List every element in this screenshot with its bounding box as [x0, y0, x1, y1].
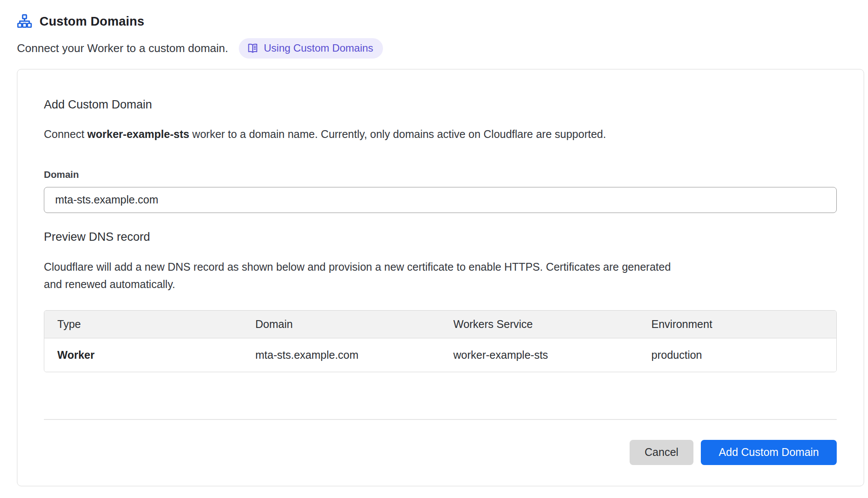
worker-name: worker-example-sts: [87, 128, 189, 140]
add-custom-domain-card: Add Custom Domain Connect worker-example…: [17, 69, 864, 486]
open-book-icon: [247, 42, 259, 54]
cancel-button[interactable]: Cancel: [630, 440, 694, 465]
card-actions: Cancel Add Custom Domain: [44, 440, 837, 465]
domain-label: Domain: [44, 169, 837, 180]
cell-environment: production: [638, 338, 836, 372]
cell-domain: mta-sts.example.com: [242, 338, 440, 372]
page-subtitle: Connect your Worker to a custom domain.: [17, 42, 228, 55]
card-heading: Add Custom Domain: [44, 98, 837, 111]
footer-divider: [44, 419, 837, 420]
page-header: Custom Domains Connect your Worker to a …: [17, 14, 864, 59]
domain-input[interactable]: [44, 187, 837, 213]
dns-preview-table: Type Domain Workers Service Environment …: [44, 310, 837, 372]
column-header-environment: Environment: [638, 311, 836, 338]
dns-preview-table-wrap: Type Domain Workers Service Environment …: [44, 310, 837, 372]
page-title: Custom Domains: [40, 14, 144, 29]
intro-prefix: Connect: [44, 128, 84, 140]
preview-dns-heading: Preview DNS record: [44, 230, 837, 244]
column-header-workers-service: Workers Service: [440, 311, 638, 338]
docs-link[interactable]: Using Custom Domains: [239, 38, 383, 59]
sitemap-icon: [17, 14, 32, 29]
docs-link-label: Using Custom Domains: [264, 42, 373, 54]
preview-dns-description: Cloudflare will add a new DNS record as …: [44, 258, 691, 293]
add-custom-domain-button[interactable]: Add Custom Domain: [701, 440, 837, 465]
table-header-row: Type Domain Workers Service Environment: [44, 311, 836, 338]
column-header-type: Type: [44, 311, 242, 338]
intro-suffix: worker to a domain name. Currently, only…: [192, 128, 606, 140]
column-header-domain: Domain: [242, 311, 440, 338]
subtitle-row: Connect your Worker to a custom domain. …: [17, 38, 864, 59]
table-row: Worker mta-sts.example.com worker-exampl…: [44, 338, 836, 372]
intro-text: Connect worker-example-sts worker to a d…: [44, 127, 837, 141]
domain-field: Domain: [44, 169, 837, 213]
custom-domains-page: Custom Domains Connect your Worker to a …: [0, 0, 868, 498]
cell-type: Worker: [44, 338, 242, 372]
cell-workers-service: worker-example-sts: [440, 338, 638, 372]
title-row: Custom Domains: [17, 14, 864, 29]
